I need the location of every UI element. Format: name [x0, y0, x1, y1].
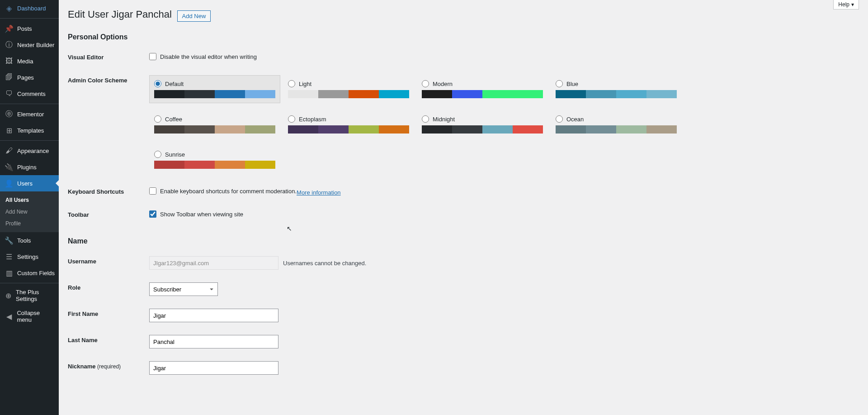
scheme-radio-default[interactable] — [154, 80, 161, 87]
scheme-name: Sunrise — [165, 151, 185, 158]
page-title: Edit User Jigar Panchal — [68, 5, 172, 22]
toolbar-checkbox-label[interactable]: Show Toolbar when viewing site — [149, 210, 243, 218]
menu-nexter[interactable]: ⓘNexter Builder — [0, 37, 59, 53]
elementor-icon: ⓔ — [5, 110, 14, 119]
scheme-radio-sunrise[interactable] — [154, 151, 161, 158]
scheme-coffee[interactable]: Coffee — [149, 110, 280, 138]
scheme-name: Modern — [433, 81, 453, 87]
color-scheme-label: Admin Color Scheme — [68, 69, 149, 180]
scheme-radio-coffee[interactable] — [154, 115, 161, 123]
role-label: Role — [68, 276, 149, 302]
visual-editor-label: Visual Editor — [68, 46, 149, 69]
templates-icon: ⊞ — [5, 126, 14, 135]
first-name-label: First Name — [68, 302, 149, 329]
users-icon: 👤 — [5, 179, 14, 188]
menu-settings[interactable]: ☰Settings — [0, 248, 59, 265]
scheme-name: Blue — [566, 81, 578, 87]
scheme-name: Default — [165, 81, 184, 87]
scheme-ectoplasm[interactable]: Ectoplasm — [283, 110, 414, 138]
scheme-name: Midnight — [433, 116, 455, 123]
color-swatches — [422, 125, 543, 134]
scheme-blue[interactable]: Blue — [551, 75, 682, 103]
scheme-radio-ocean[interactable] — [556, 115, 563, 123]
scheme-radio-light[interactable] — [288, 80, 295, 87]
submenu-all-users[interactable]: All Users — [0, 194, 59, 206]
add-new-button[interactable]: Add New — [177, 10, 211, 22]
media-icon: 🖾 — [5, 57, 14, 66]
username-label: Username — [68, 250, 149, 276]
plus-icon: ⊕ — [5, 291, 12, 300]
scheme-default[interactable]: Default — [149, 75, 280, 103]
menu-dashboard[interactable]: ◈Dashboard — [0, 0, 59, 16]
color-swatches — [288, 90, 409, 98]
menu-plus[interactable]: ⊕The Plus Settings — [0, 285, 59, 306]
menu-users[interactable]: 👤Users — [0, 175, 59, 191]
scheme-modern[interactable]: Modern — [417, 75, 548, 103]
toolbar-label: Toolbar — [68, 203, 149, 226]
role-select[interactable]: Subscriber — [149, 282, 218, 296]
personal-options-heading: Personal Options — [68, 33, 859, 41]
menu-appearance[interactable]: 🖌Appearance — [0, 143, 59, 159]
posts-icon: 📌 — [5, 24, 14, 33]
scheme-name: Light — [299, 81, 311, 87]
scheme-radio-ectoplasm[interactable] — [288, 115, 295, 123]
help-tab[interactable]: Help▾ — [833, 0, 859, 10]
submenu-add-new[interactable]: Add New — [0, 206, 59, 218]
keyboard-checkbox-label[interactable]: Enable keyboard shortcuts for comment mo… — [149, 187, 297, 195]
color-swatches — [556, 90, 677, 98]
visual-editor-checkbox-label[interactable]: Disable the visual editor when writing — [149, 53, 257, 60]
keyboard-more-info-link[interactable]: More information — [297, 189, 341, 196]
menu-custom-fields[interactable]: ▥Custom Fields — [0, 265, 59, 281]
submenu-profile[interactable]: Profile — [0, 218, 59, 229]
content-area: Help▾ Edit User Jigar Panchal Add New Pe… — [59, 0, 868, 415]
color-swatches — [154, 125, 275, 134]
scheme-name: Coffee — [165, 116, 182, 123]
dashboard-icon: ◈ — [5, 4, 14, 13]
last-name-input[interactable] — [149, 335, 278, 348]
scheme-ocean[interactable]: Ocean — [551, 110, 682, 138]
scheme-name: Ocean — [566, 116, 584, 123]
custom-fields-icon: ▥ — [5, 268, 14, 277]
nexter-icon: ⓘ — [5, 40, 14, 49]
scheme-radio-blue[interactable] — [556, 80, 563, 87]
chevron-down-icon: ▾ — [851, 1, 854, 8]
menu-collapse[interactable]: ◀Collapse menu — [0, 306, 59, 327]
menu-comments[interactable]: 🗨Comments — [0, 86, 59, 102]
color-swatches — [422, 90, 543, 98]
menu-templates[interactable]: ⊞Templates — [0, 122, 59, 138]
color-swatches — [556, 125, 677, 134]
color-scheme-grid: DefaultLightModernBlueCoffeeEctoplasmMid… — [149, 75, 859, 174]
menu-elementor[interactable]: ⓔElementor — [0, 106, 59, 122]
name-heading: Name — [68, 237, 859, 245]
nickname-input[interactable] — [149, 361, 278, 375]
plugins-icon: 🔌 — [5, 162, 14, 172]
menu-media[interactable]: 🖾Media — [0, 53, 59, 69]
color-swatches — [154, 161, 275, 169]
users-submenu: All Users Add New Profile — [0, 191, 59, 232]
comments-icon: 🗨 — [5, 89, 14, 98]
scheme-midnight[interactable]: Midnight — [417, 110, 548, 138]
visual-editor-checkbox[interactable] — [149, 53, 156, 60]
username-description: Usernames cannot be changed. — [283, 260, 366, 267]
keyboard-checkbox[interactable] — [149, 187, 156, 195]
appearance-icon: 🖌 — [5, 146, 14, 155]
username-input — [149, 256, 278, 270]
scheme-sunrise[interactable]: Sunrise — [149, 146, 280, 174]
pages-icon: 🗐 — [5, 73, 14, 82]
collapse-icon: ◀ — [5, 312, 13, 321]
scheme-name: Ectoplasm — [299, 116, 326, 123]
first-name-input[interactable] — [149, 309, 278, 322]
keyboard-shortcuts-label: Keyboard Shortcuts — [68, 180, 149, 203]
toolbar-checkbox[interactable] — [149, 210, 156, 218]
scheme-radio-modern[interactable] — [422, 80, 429, 87]
menu-plugins[interactable]: 🔌Plugins — [0, 159, 59, 175]
scheme-radio-midnight[interactable] — [422, 115, 429, 123]
nickname-label: Nickname (required) — [68, 355, 149, 381]
admin-sidebar: ◈Dashboard 📌Posts ⓘNexter Builder 🖾Media… — [0, 0, 59, 415]
menu-pages[interactable]: 🗐Pages — [0, 69, 59, 86]
scheme-light[interactable]: Light — [283, 75, 414, 103]
settings-icon: ☰ — [5, 252, 14, 261]
menu-posts[interactable]: 📌Posts — [0, 20, 59, 37]
menu-tools[interactable]: 🔧Tools — [0, 232, 59, 248]
color-swatches — [154, 90, 275, 98]
